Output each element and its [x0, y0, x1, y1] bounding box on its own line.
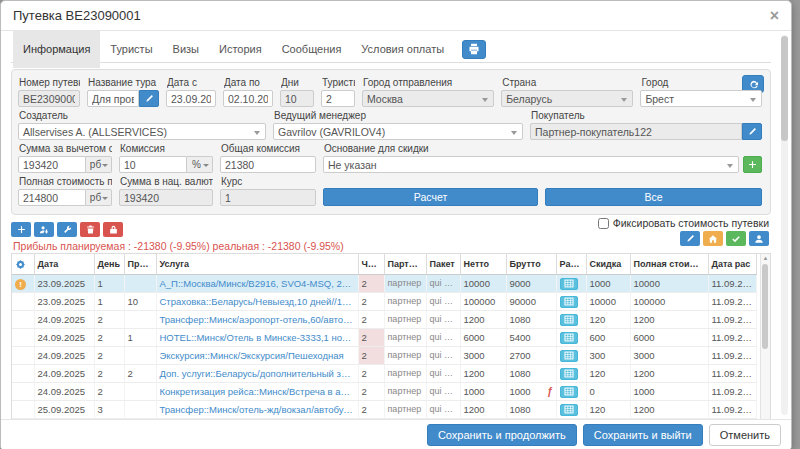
- tab[interactable]: Визы: [163, 31, 209, 68]
- date-to-input[interactable]: [223, 90, 273, 107]
- column-header[interactable]: Полная стоимость: [630, 254, 708, 275]
- commission-input[interactable]: [119, 156, 187, 173]
- date-from-input[interactable]: [166, 90, 216, 107]
- cancel-button[interactable]: Отменить: [709, 424, 781, 446]
- amount-net-input[interactable]: [18, 156, 86, 173]
- table-row[interactable]: ! 25.09.2025 3 2 TRAIN::Минск/Брест/Праз…: [12, 419, 756, 420]
- table-row[interactable]: ! 24.09.2025 2 2 Доп. услуги::Беларусь/д…: [12, 365, 756, 383]
- city-select[interactable]: Брест: [640, 90, 762, 107]
- fix-cost-checkbox[interactable]: [598, 218, 609, 229]
- delete-service-button[interactable]: [80, 222, 100, 237]
- print-button[interactable]: [462, 40, 486, 59]
- table-row[interactable]: ! 24.09.2025 2 1 HOTEL::Минск/Отель в Ми…: [12, 329, 756, 347]
- column-header[interactable]: Дата: [34, 254, 94, 275]
- modal-body-scrollbar[interactable]: [781, 35, 788, 415]
- column-header[interactable]: Чел.: [358, 254, 384, 275]
- save-exit-button[interactable]: Сохранить и выйти: [583, 424, 703, 446]
- field-date-to: Дата по: [223, 77, 273, 107]
- table-row[interactable]: ! 23.09.2025 1 А_П::Москва/Минск/В2916, …: [12, 275, 756, 293]
- column-header[interactable]: Прод.: [124, 254, 156, 275]
- service-link[interactable]: Конкретизация рейса::Минск/Встреча в аэр…: [156, 383, 358, 401]
- tab[interactable]: Сообщения: [272, 31, 352, 68]
- service-link[interactable]: Трансфер::Минск/аэропорт-отель,60/автобу…: [156, 311, 358, 329]
- creator-select[interactable]: Allservises A. (ALLSERVICES): [18, 123, 266, 140]
- all-button[interactable]: Все: [545, 188, 762, 206]
- confirm-button[interactable]: [726, 231, 746, 246]
- row-calc-button[interactable]: [560, 386, 578, 398]
- table-row[interactable]: ! 25.09.2025 3 Трансфер::Минск/отель-жд/…: [12, 401, 756, 419]
- edit-row-button[interactable]: [680, 231, 700, 246]
- tab[interactable]: Информация: [13, 31, 100, 68]
- scroll-down-arrow[interactable]: ▼: [761, 417, 770, 419]
- column-header[interactable]: Дата рас: [708, 254, 756, 275]
- currency-select[interactable]: рб: [86, 189, 112, 206]
- column-header[interactable]: Пакет: [426, 254, 460, 275]
- country-select[interactable]: Беларусь: [501, 90, 633, 107]
- row-calc-button[interactable]: [560, 278, 578, 290]
- field-tour-name: Название тура: [87, 77, 159, 107]
- save-continue-button[interactable]: Сохранить и продолжить: [427, 424, 577, 446]
- row-calc-button[interactable]: [560, 332, 578, 344]
- edit-buyer-button[interactable]: [742, 123, 762, 140]
- service-link[interactable]: А_П::Москва/Минск/В2916, SVO4-MSQ, 23:15…: [156, 275, 358, 293]
- rate-input[interactable]: [220, 189, 316, 206]
- national-amount-input[interactable]: [119, 189, 213, 206]
- column-header[interactable]: Нетто: [460, 254, 506, 275]
- days-input[interactable]: [280, 90, 314, 107]
- tour-number-input[interactable]: [18, 90, 80, 107]
- column-header[interactable]: Расчет: [556, 254, 586, 275]
- table-row[interactable]: ! 24.09.2025 2 Конкретизация рейса::Минс…: [12, 383, 756, 401]
- scroll-up-arrow[interactable]: ▲: [761, 254, 770, 262]
- total-commission-input[interactable]: [220, 156, 316, 173]
- cell-package: qui quo: [426, 347, 460, 365]
- row-calc-button[interactable]: [560, 368, 578, 380]
- row-calc-button[interactable]: [560, 350, 578, 362]
- table-vscroll-thumb[interactable]: [762, 264, 768, 349]
- service-link[interactable]: Доп. услуги::Беларусь/дополнительный зав…: [156, 365, 358, 383]
- service-link[interactable]: HOTEL::Минск/Отель в Минске-3333,1 ночь/…: [156, 329, 358, 347]
- assign-tourist-button[interactable]: [34, 222, 54, 237]
- cell-calc-date: 11.09.2025,: [708, 275, 756, 293]
- tourist-button[interactable]: [749, 231, 769, 246]
- row-calc-button[interactable]: [560, 404, 578, 416]
- gear-icon[interactable]: [12, 254, 34, 275]
- row-calc-button[interactable]: [560, 314, 578, 326]
- departure-city-select[interactable]: Москва: [362, 90, 494, 107]
- table-row[interactable]: ! 24.09.2025 2 Экскурсия::Минск/Экскурси…: [12, 347, 756, 365]
- service-link[interactable]: Трансфер::Минск/отель-жд/вокзал/автобус …: [156, 401, 358, 419]
- add-service-button[interactable]: [11, 222, 31, 237]
- tab[interactable]: Туристы: [100, 31, 162, 68]
- lock-service-button[interactable]: [103, 222, 123, 237]
- modal-body-scroll-thumb[interactable]: [781, 36, 788, 141]
- column-header[interactable]: День: [94, 254, 124, 275]
- tab[interactable]: История: [209, 31, 272, 68]
- service-link[interactable]: TRAIN::Минск/Брест/Праздничный поезд,19:…: [156, 419, 358, 420]
- tourists-input[interactable]: [321, 90, 355, 107]
- full-cost-input[interactable]: [18, 189, 86, 206]
- manager-select[interactable]: Gavrilov (GAVRILOV4): [273, 123, 523, 140]
- tour-name-input[interactable]: [87, 90, 139, 107]
- table-vertical-scrollbar[interactable]: ▲ ▼: [760, 254, 770, 419]
- column-header[interactable]: Партнер: [384, 254, 426, 275]
- column-header[interactable]: Услуга: [156, 254, 358, 275]
- edit-service-button[interactable]: [57, 222, 77, 237]
- table-row[interactable]: ! 23.09.2025 1 10 Страховка::Беларусь/Не…: [12, 293, 756, 311]
- service-link[interactable]: Экскурсия::Минск/Экскурсия/Пешеходная: [156, 347, 358, 365]
- commission-unit-select[interactable]: %: [187, 156, 213, 173]
- discount-reason-select[interactable]: Не указан: [323, 156, 739, 173]
- hotel-button[interactable]: [703, 231, 723, 246]
- column-header[interactable]: Брутто: [506, 254, 556, 275]
- tab[interactable]: Условия оплаты: [351, 31, 454, 68]
- edit-tour-name-button[interactable]: [139, 90, 159, 107]
- service-link[interactable]: Страховка::Беларусь/Невыезд,10 дней//120…: [156, 293, 358, 311]
- add-discount-reason-button[interactable]: [743, 156, 762, 173]
- close-icon[interactable]: ×: [770, 8, 779, 24]
- cell-net: 6000: [460, 329, 506, 347]
- table-row[interactable]: ! 24.09.2025 2 Трансфер::Минск/аэропорт-…: [12, 311, 756, 329]
- column-header[interactable]: Скидка: [586, 254, 630, 275]
- buyer-input[interactable]: [530, 123, 742, 140]
- cell-partner: партнер: [384, 329, 426, 347]
- row-calc-button[interactable]: [560, 296, 578, 308]
- calc-button-main[interactable]: Расчет: [323, 188, 538, 206]
- currency-select[interactable]: рб: [86, 156, 112, 173]
